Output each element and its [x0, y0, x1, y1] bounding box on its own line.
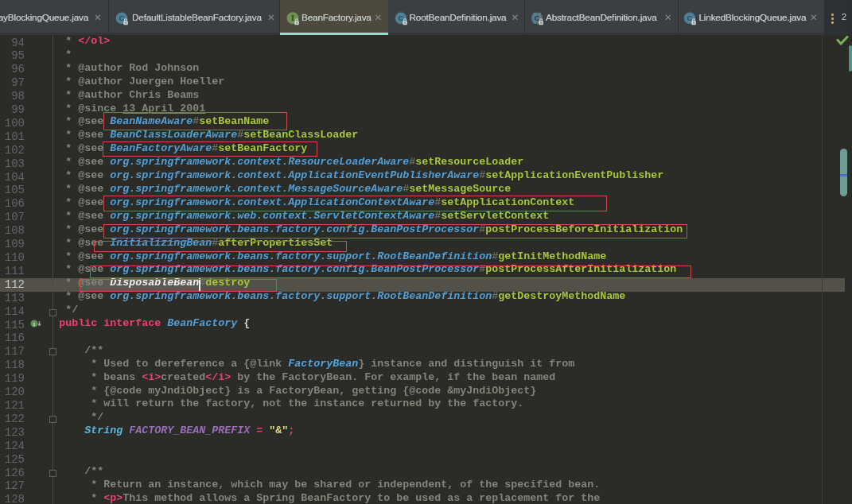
svg-text:I: I: [291, 14, 294, 22]
svg-text:C: C: [687, 14, 693, 22]
svg-text:C: C: [119, 14, 125, 22]
svg-text:C: C: [535, 14, 540, 22]
svg-text:C: C: [399, 14, 404, 22]
